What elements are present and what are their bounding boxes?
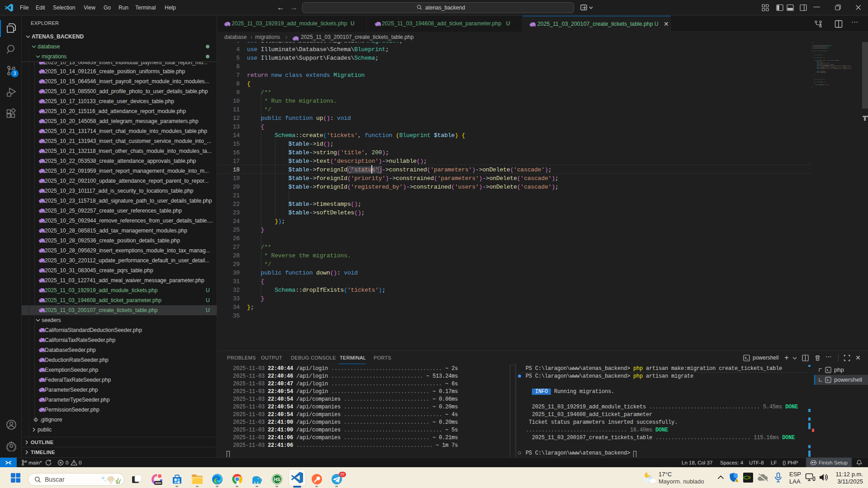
svg-text:M365: M365: [155, 482, 161, 484]
svg-text:HS: HS: [274, 477, 280, 482]
